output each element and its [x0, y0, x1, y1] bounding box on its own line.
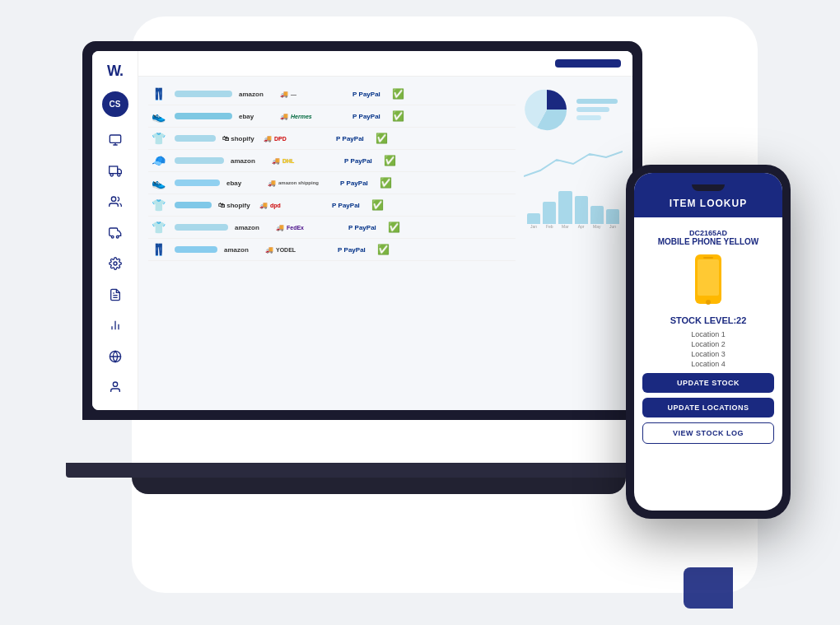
phone-bezel: ITEM LOOKUP DC2165AD MOBILE PHONE YELLOW	[626, 165, 791, 519]
legend-2	[576, 107, 609, 112]
bar-may	[590, 206, 604, 225]
table-row: 👖 amazon 🚚 — P PayPal ✅	[148, 83, 516, 105]
courier-label: —	[291, 91, 296, 97]
pie-chart-area	[524, 86, 623, 133]
view-stock-log-button[interactable]: VIEW STOCK LOG	[642, 422, 774, 444]
status-check: ✅	[371, 199, 384, 211]
bar-jun	[606, 209, 619, 224]
courier-cell: 🚚 YODEL	[265, 246, 331, 254]
item-bar	[175, 91, 232, 97]
laptop-base	[66, 463, 659, 478]
sidebar-doc-icon[interactable]	[104, 283, 127, 306]
svg-rect-21	[703, 257, 713, 259]
market-amazon: amazon	[235, 224, 269, 231]
bar-feb	[543, 202, 556, 224]
market-ebay: ebay	[226, 180, 261, 187]
svg-point-17	[113, 382, 117, 386]
svg-point-8	[116, 236, 119, 238]
table-row: 👕 amazon 🚚 FedEx P PayPal ✅	[148, 217, 516, 239]
sidebar-globe-icon[interactable]	[104, 345, 127, 368]
market-shopify: 🛍 shopify	[218, 202, 253, 209]
truck-mini-icon: 🚚	[265, 246, 273, 254]
stock-level-label: STOCK LEVEL:22	[670, 315, 747, 325]
status-check: ✅	[392, 88, 404, 100]
item-bar	[175, 246, 217, 253]
top-bar-button[interactable]	[555, 59, 621, 68]
legend-3	[576, 115, 601, 120]
app-logo: W.	[107, 63, 123, 80]
truck-mini-icon: 🚚	[264, 135, 272, 142]
courier-label: Hermes	[291, 114, 312, 119]
bar-label-jan: Jan	[527, 224, 540, 229]
user-avatar: CS	[102, 91, 128, 117]
courier-cell: 🚚 DHL	[272, 157, 338, 165]
item-shoe2-icon: 👟	[148, 176, 168, 189]
courier-label: amazon shipping	[278, 180, 319, 185]
market-amazon: amazon	[224, 246, 259, 254]
truck-mini-icon: 🚚	[268, 180, 276, 187]
sidebar-chart-icon[interactable]	[104, 314, 127, 337]
courier-label: FedEx	[287, 225, 304, 231]
courier-label: DPD	[274, 136, 287, 142]
item-bar	[175, 113, 232, 119]
item-bar	[175, 224, 228, 231]
location-1: Location 1	[642, 330, 774, 338]
courier-cell: 🚚 FedEx	[276, 224, 342, 231]
bar-label-jun: Jun	[606, 224, 619, 229]
update-locations-button[interactable]: UPDATE LOCATIONS	[642, 398, 774, 417]
legend-lines	[576, 99, 618, 120]
market-shopify: 🛍 shopify	[222, 135, 257, 142]
phone-title: ITEM LOOKUP	[642, 198, 774, 209]
courier-label: dpd	[270, 203, 281, 208]
table-row: 👕 🛍 shopify 🚚 dpd P PayPal ✅	[148, 194, 516, 217]
courier-cell: 🚚 amazon shipping	[268, 180, 334, 187]
item-pants-icon: 👖	[148, 243, 168, 256]
table-row: 🧢 amazon 🚚 DHL P PayPal ✅	[148, 150, 516, 172]
item-bar	[175, 180, 220, 186]
table-row: 👖 amazon 🚚 YODEL P PayPal ✅	[148, 239, 516, 261]
table-row: 👟 ebay 🚚 amazon shipping P PayPal ✅	[148, 172, 516, 194]
svg-rect-3	[109, 166, 117, 174]
laptop-screen: W. CS	[92, 51, 632, 410]
sidebar-delivery-icon[interactable]	[104, 222, 127, 245]
item-bar	[175, 157, 224, 164]
laptop-foot	[132, 478, 626, 494]
svg-rect-0	[110, 135, 120, 142]
market-amazon: amazon	[239, 91, 273, 98]
bar-mar	[558, 191, 572, 225]
sidebar-gear-icon[interactable]	[104, 252, 127, 275]
bar-chart: Jan Feb Mar Apr May Jun	[524, 187, 623, 236]
phone-body: DC2165AD MOBILE PHONE YELLOW STOCK LEVEL…	[634, 217, 782, 511]
sidebar-truck-icon[interactable]	[104, 160, 127, 183]
status-check: ✅	[380, 177, 392, 189]
payment-label: P PayPal	[338, 246, 371, 254]
svg-point-5	[117, 173, 119, 175]
svg-point-4	[110, 173, 113, 175]
phone-screen: ITEM LOOKUP DC2165AD MOBILE PHONE YELLOW	[634, 173, 782, 511]
location-2: Location 2	[642, 340, 774, 348]
product-image	[684, 253, 733, 310]
laptop-device: W. CS	[82, 41, 659, 527]
item-clothing-icon: 👖	[148, 87, 168, 100]
update-stock-button[interactable]: UPDATE STOCK	[642, 373, 774, 393]
courier-label: DHL	[282, 158, 294, 164]
main-content: 👖 amazon 🚚 — P PayPal ✅ �	[138, 51, 632, 410]
svg-point-20	[706, 300, 711, 305]
payment-label: P PayPal	[344, 157, 377, 165]
courier-cell: 🚚 DPD	[264, 135, 329, 142]
right-charts: Jan Feb Mar Apr May Jun	[524, 83, 623, 403]
sidebar-profile-icon[interactable]	[104, 376, 127, 399]
status-check: ✅	[376, 133, 388, 144]
table-area: 👖 amazon 🚚 — P PayPal ✅ �	[138, 77, 632, 410]
item-shirt3-icon: 👕	[148, 221, 168, 234]
truck-mini-icon: 🚚	[272, 157, 280, 165]
phone-item-name: MOBILE PHONE YELLOW	[658, 237, 759, 246]
top-bar	[138, 51, 632, 77]
courier-cell: 🚚 Hermes	[280, 113, 346, 120]
laptop-bezel: W. CS	[82, 41, 642, 420]
sidebar-team-icon[interactable]	[104, 190, 127, 213]
item-shirt2-icon: 👕	[148, 198, 168, 212]
sidebar-monitor-icon[interactable]	[104, 128, 127, 152]
svg-point-6	[111, 197, 115, 201]
line-chart	[524, 139, 623, 180]
